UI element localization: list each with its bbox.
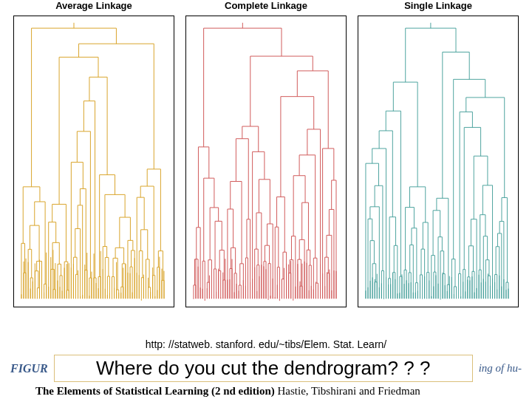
caption-fragment-right: ing of hu- (479, 362, 522, 375)
dendrogram-svg-complete (189, 19, 343, 304)
question-highlight: Where do you cut the dendrogram? ? ? (54, 355, 473, 382)
caption-area: http: //statweb. stanford. edu/~tibs/Ele… (0, 335, 532, 399)
panel-title: Complete Linkage (225, 0, 307, 11)
panel-complete: Complete Linkage (185, 0, 347, 307)
source-url: http: //statweb. stanford. edu/~tibs/Ele… (6, 338, 526, 350)
dendrogram-complete (185, 16, 347, 307)
panel-single: Single Linkage (358, 0, 519, 307)
figure-label: FIGUR (10, 362, 48, 375)
dendrogram-svg-average (17, 19, 171, 304)
panel-title: Average Linkage (55, 0, 132, 11)
book-title: The Elements of Statistical Learning (2 … (35, 385, 275, 397)
attribution: The Elements of Statistical Learning (2 … (6, 385, 526, 398)
dendrogram-row: Average Linkage Complete Linkage Single … (0, 0, 532, 307)
dendrogram-average (13, 16, 174, 307)
authors: Hastie, Tibshirani and Friedman (275, 385, 420, 397)
question-row: FIGUR Where do you cut the dendrogram? ?… (6, 355, 526, 382)
dendrogram-svg-single (361, 19, 515, 304)
panel-average: Average Linkage (13, 0, 174, 307)
panel-title: Single Linkage (404, 0, 472, 11)
dendrogram-single (358, 16, 519, 307)
